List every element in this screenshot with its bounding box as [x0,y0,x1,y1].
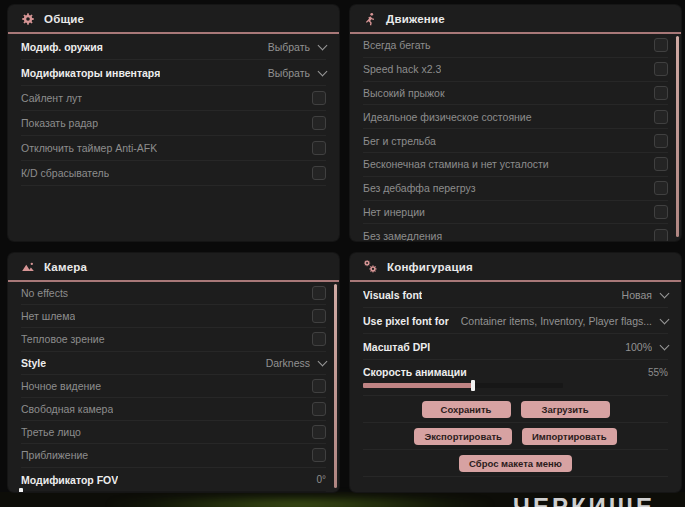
row-label: Модиф. оружия [21,41,103,53]
row-no-effects: No effects [21,282,326,305]
empty-row [363,477,668,492]
fov-value: 0° [316,474,326,485]
fov-slider-handle[interactable] [19,488,23,493]
perfect-condition-checkbox[interactable] [654,110,668,124]
fov-label: Модификатор FOV [21,474,118,486]
always-run-checkbox[interactable] [654,38,668,52]
row-label: Сайлент лут [21,92,82,104]
chevron-down-icon [660,340,670,350]
zoom-checkbox[interactable] [312,448,326,462]
load-button[interactable]: Загрузить [521,401,610,418]
row-no-inertia: Нет инерции [363,201,668,225]
free-camera-checkbox[interactable] [312,402,326,416]
panel-general-title: Общие [44,13,84,25]
chevron-down-icon [318,356,328,366]
row-no-helmet: Нет шлема [21,305,326,328]
third-person-checkbox[interactable] [312,425,326,439]
style-dropdown[interactable]: Darkness [266,357,326,369]
chevron-down-icon [660,314,670,324]
row-label: Свободная камера [21,403,113,415]
row-label: Бег и стрельба [363,135,436,147]
no-inertia-checkbox[interactable] [654,205,668,219]
dropdown-value: Выбрать [268,67,310,79]
panel-camera-header[interactable]: Камера [8,253,339,282]
night-vision-checkbox[interactable] [312,379,326,393]
panel-general-header[interactable]: Общие [8,5,339,34]
row-night-vision: Ночное видение [21,375,326,398]
row-label: Идеальное физическое состояние [363,111,532,123]
animation-speed-label: Скорость анимации [363,366,467,378]
fov-modifier-block: Модификатор FOV 0° [21,468,326,493]
animation-speed-value: 55% [648,367,668,378]
row-label: Тепловое зрение [21,333,105,345]
animation-speed-slider[interactable] [363,383,563,388]
row-label: Высокий прыжок [363,87,445,99]
game-background-text: ЧЕРКИШЕ [513,495,655,507]
save-load-row: Сохранить Загрузить [363,396,668,423]
reset-menu-layout-button[interactable]: Сброс макета меню [459,455,572,472]
no-effects-checkbox[interactable] [312,286,326,300]
mod-menu-screen: ЧЕРКИШЕ Общие Модиф. оружия Выбрать Моди… [0,0,685,507]
import-button[interactable]: Импортировать [522,428,617,445]
no-overload-debuff-checkbox[interactable] [654,181,668,195]
reset-layout-row: Сброс макета меню [363,450,668,477]
kd-reset-checkbox[interactable] [312,166,326,180]
export-button[interactable]: Экспортировать [414,428,511,445]
row-no-slowdown: Без замедления [363,224,668,241]
row-label: No effects [21,287,68,299]
movement-scrollbar[interactable] [676,36,679,237]
row-infinite-stamina: Бесконечная стамина и нет усталости [363,153,668,177]
visuals-font-dropdown[interactable]: Новая [622,289,668,301]
save-button[interactable]: Сохранить [422,401,511,418]
row-label: Без замедления [363,230,442,241]
inventory-mods-dropdown[interactable]: Выбрать [268,67,326,79]
row-label: К/D сбрасыватель [21,167,109,179]
row-label: Speed hack x2.3 [363,63,441,75]
show-radar-checkbox[interactable] [312,116,326,130]
row-run-and-shoot: Бег и стрельба [363,129,668,153]
weapon-mod-dropdown[interactable]: Выбрать [268,41,326,53]
panel-movement-title: Движение [386,13,445,25]
pixel-font-dropdown[interactable]: Container items, Inventory, Player flags… [461,315,668,327]
row-dpi-scale: Масштаб DPI 100% [363,334,668,360]
row-speed-hack: Speed hack x2.3 [363,58,668,82]
row-label: Visuals font [363,289,422,301]
row-free-camera: Свободная камера [21,398,326,421]
no-slowdown-checkbox[interactable] [654,229,668,241]
row-label: Отключить таймер Anti-AFK [21,142,157,154]
row-perfect-condition: Идеальное физическое состояние [363,105,668,129]
row-visuals-font: Visuals font Новая [363,282,668,308]
export-import-row: Экспортировать Импортировать [363,423,668,450]
row-label: Третье лицо [21,426,81,438]
animation-speed-handle[interactable] [471,380,475,391]
dropdown-value: Container items, Inventory, Player flags… [461,315,652,327]
animation-speed-fill [363,383,473,388]
row-weapon-mod: Модиф. оружия Выбрать [21,34,326,60]
camera-scrollbar[interactable] [334,284,337,488]
panel-camera-title: Камера [44,261,87,273]
dpi-scale-dropdown[interactable]: 100% [625,341,668,353]
infinite-stamina-checkbox[interactable] [654,157,668,171]
no-helmet-checkbox[interactable] [312,309,326,323]
panel-camera: Камера No effects Нет шлема Тепловое зре… [8,253,339,492]
row-label: Нет инерции [363,206,425,218]
panel-config-header[interactable]: Конфигурация [350,253,681,282]
panel-movement-header[interactable]: Движение [350,5,681,34]
row-show-radar: Показать радар [21,111,326,136]
gear-icon [21,12,35,26]
speed-hack-checkbox[interactable] [654,62,668,76]
row-label: Нет шлема [21,310,75,322]
game-background-glow [110,493,490,507]
runner-icon [363,12,377,26]
chevron-down-icon [318,40,328,50]
run-and-shoot-checkbox[interactable] [654,134,668,148]
anti-afk-checkbox[interactable] [312,141,326,155]
silent-loot-checkbox[interactable] [312,91,326,105]
panel-general: Общие Модиф. оружия Выбрать Модификаторы… [8,5,339,241]
row-zoom: Приближение [21,444,326,467]
thermal-vision-checkbox[interactable] [312,332,326,346]
row-pixel-font: Use pixel font for Container items, Inve… [363,308,668,334]
row-high-jump: Высокий прыжок [363,82,668,106]
fov-slider[interactable] [21,491,326,493]
high-jump-checkbox[interactable] [654,86,668,100]
